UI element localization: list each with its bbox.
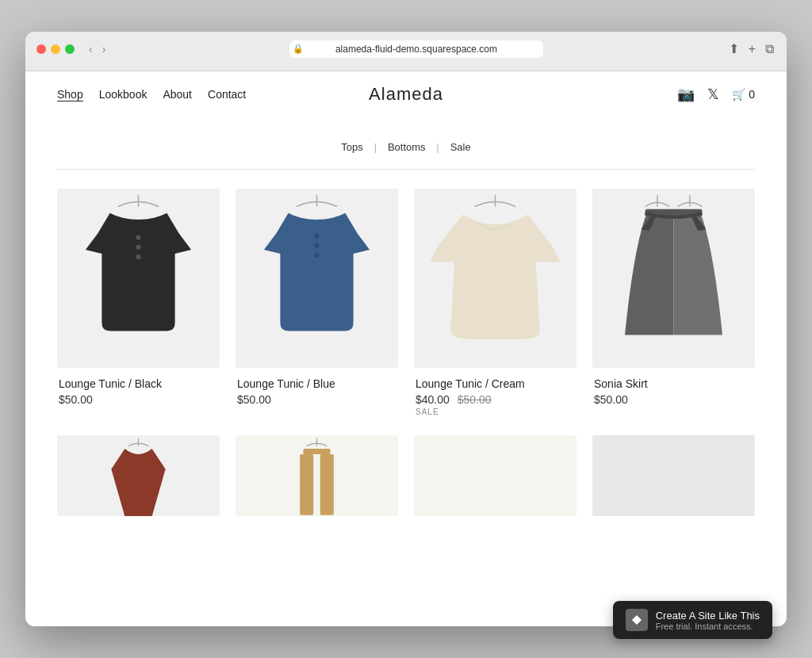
product-card-row2-3[interactable] [414, 435, 576, 526]
product-grid-row2 [25, 435, 787, 526]
product-price-sonia-skirt: $50.00 [594, 393, 753, 406]
cat-divider-1: | [374, 142, 377, 153]
category-filter: Tops | Bottoms | Sale [25, 117, 787, 169]
cart-icon: 🛒 [732, 88, 745, 101]
traffic-lights [36, 44, 75, 54]
product-image-row2-1 [57, 435, 220, 517]
browser-window: ‹ › 🔒 ⬆ + ⧉ Shop Lookbook About Contact [25, 32, 787, 626]
back-button[interactable]: ‹ [86, 41, 96, 57]
lock-icon: 🔒 [293, 44, 304, 54]
product-info-cream-tunic: Lounge Tunic / Cream $40.00 $50.00 SALE [414, 377, 576, 416]
product-image-row2-4 [592, 435, 755, 517]
product-image-sonia-skirt [592, 189, 755, 368]
nav-links: Shop Lookbook About Contact [57, 87, 246, 101]
nav-about[interactable]: About [163, 88, 192, 101]
forward-button[interactable]: › [99, 41, 109, 57]
svg-point-1 [136, 235, 140, 239]
nav-right: 📷 𝕏 🛒 0 [677, 86, 755, 103]
squarespace-banner[interactable]: Create A Site Like This Free trial. Inst… [613, 601, 772, 639]
svg-rect-15 [300, 453, 313, 515]
category-sale[interactable]: Sale [450, 141, 471, 153]
product-name-cream-tunic: Lounge Tunic / Cream [416, 377, 575, 390]
product-price-blue-tunic: $50.00 [237, 393, 396, 406]
product-info-black-tunic: Lounge Tunic / Black $50.00 [57, 377, 220, 406]
banner-sub-text: Free trial. Instant access. [656, 622, 760, 631]
svg-point-3 [136, 254, 140, 259]
site-nav: Shop Lookbook About Contact Alameda 📷 𝕏 … [25, 71, 787, 117]
svg-rect-16 [320, 453, 334, 515]
sale-price: $40.00 [416, 393, 450, 406]
address-bar[interactable]: 🔒 [117, 40, 718, 58]
banner-text: Create A Site Like This Free trial. Inst… [656, 610, 760, 631]
product-info-blue-tunic: Lounge Tunic / Blue $50.00 [236, 377, 398, 406]
product-image-row2-2 [236, 435, 398, 517]
banner-main-text: Create A Site Like This [656, 610, 760, 622]
cart-button[interactable]: 🛒 0 [732, 88, 755, 101]
product-card-row2-4[interactable] [592, 435, 755, 526]
maximize-button[interactable] [65, 44, 75, 54]
svg-point-7 [314, 253, 319, 258]
instagram-icon[interactable]: 📷 [677, 86, 695, 103]
product-price-black-tunic: $50.00 [59, 393, 218, 406]
product-image-cream-tunic [414, 189, 576, 368]
svg-point-5 [314, 233, 319, 238]
tabs-button[interactable]: ⧉ [764, 40, 776, 58]
product-card-black-tunic[interactable]: Lounge Tunic / Black $50.00 [57, 189, 220, 416]
sale-badge: SALE [416, 407, 575, 416]
product-info-sonia-skirt: Sonia Skirt $50.00 [592, 377, 755, 406]
close-button[interactable] [36, 44, 46, 54]
product-name-sonia-skirt: Sonia Skirt [594, 377, 753, 390]
nav-contact[interactable]: Contact [208, 88, 246, 101]
twitter-icon[interactable]: 𝕏 [707, 86, 719, 103]
product-image-black-tunic [57, 189, 220, 368]
original-price: $50.00 [458, 393, 492, 406]
site-title: Alameda [369, 84, 443, 105]
svg-point-2 [136, 245, 140, 250]
category-tops[interactable]: Tops [341, 141, 362, 153]
svg-point-6 [314, 243, 319, 248]
product-name-black-tunic: Lounge Tunic / Black [59, 377, 218, 390]
browser-actions: ⬆ + ⧉ [727, 40, 776, 58]
product-card-row2-2[interactable] [236, 435, 398, 526]
nav-shop[interactable]: Shop [57, 88, 83, 101]
new-tab-button[interactable]: + [747, 40, 757, 58]
cat-divider-2: | [437, 142, 439, 153]
url-input[interactable] [289, 40, 543, 58]
product-card-blue-tunic[interactable]: Lounge Tunic / Blue $50.00 [236, 189, 398, 416]
product-grid: Lounge Tunic / Black $50.00 [25, 170, 787, 435]
product-card-row2-1[interactable] [57, 435, 220, 526]
category-bottoms[interactable]: Bottoms [388, 141, 426, 153]
cart-count: 0 [749, 88, 755, 101]
product-price-cream-tunic: $40.00 $50.00 SALE [416, 393, 575, 416]
svg-rect-14 [303, 449, 330, 454]
product-card-sonia-skirt[interactable]: Sonia Skirt $50.00 [592, 189, 755, 416]
nav-lookbook[interactable]: Lookbook [99, 88, 147, 101]
product-image-row2-3 [414, 435, 576, 517]
product-card-cream-tunic[interactable]: Lounge Tunic / Cream $40.00 $50.00 SALE [414, 189, 576, 416]
product-image-blue-tunic [236, 189, 398, 368]
minimize-button[interactable] [51, 44, 60, 54]
product-name-blue-tunic: Lounge Tunic / Blue [237, 377, 396, 390]
browser-chrome: ‹ › 🔒 ⬆ + ⧉ [25, 32, 787, 71]
page-content: Shop Lookbook About Contact Alameda 📷 𝕏 … [25, 71, 787, 626]
squarespace-logo [626, 609, 648, 631]
share-button[interactable]: ⬆ [727, 40, 741, 58]
nav-controls: ‹ › [86, 41, 109, 57]
